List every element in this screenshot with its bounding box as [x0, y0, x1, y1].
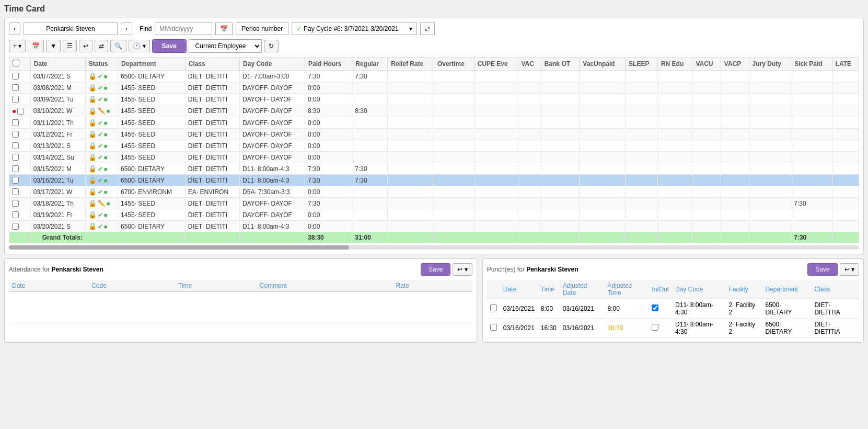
row-sleep: [626, 152, 658, 163]
row-regular: [352, 209, 388, 221]
filter-button[interactable]: ▼: [46, 40, 61, 52]
row-daycode: DAYOFF· DAYOF: [240, 117, 305, 129]
row-paid-hours: 0:00: [305, 140, 352, 152]
row-paid-hours: 0:00: [305, 221, 352, 232]
row-vacu: [692, 117, 721, 129]
col-vac: VAC: [518, 58, 541, 71]
row-class: DIET· DIETITI: [185, 163, 239, 175]
row-jury: [749, 186, 791, 198]
row-checkbox[interactable]: [12, 200, 19, 207]
row-vac-unpaid: [580, 117, 626, 129]
swap-button[interactable]: ⇄: [95, 40, 108, 52]
row-late: [832, 175, 859, 186]
attendance-reset-button[interactable]: ↩ ▾: [453, 263, 472, 276]
punch-inout-checkbox[interactable]: [652, 304, 658, 311]
row-checkbox[interactable]: [12, 119, 19, 126]
undo-button[interactable]: ↩: [79, 40, 92, 52]
row-checkbox[interactable]: [12, 84, 19, 91]
horizontal-scrollbar[interactable]: [9, 245, 859, 250]
row-checkbox[interactable]: [12, 188, 19, 195]
row-checkbox[interactable]: [12, 177, 19, 184]
punch-inout-checkbox[interactable]: [652, 324, 658, 331]
row-vacp: [721, 221, 749, 232]
row-date: 03/15/2021 M: [30, 163, 85, 175]
paycycle-select[interactable]: ✓ Pay Cycle #6: 3/7/2021-3/20/2021 ▾: [292, 22, 417, 35]
row-class: DIET· DIETITI: [185, 94, 239, 105]
row-checkbox[interactable]: [12, 73, 19, 80]
row-status: 🔒✏️■: [85, 105, 118, 117]
row-department: 1455· SEED: [118, 198, 186, 209]
punch-checkbox[interactable]: [490, 324, 497, 331]
row-department: 6500· DIETARY: [118, 175, 186, 186]
row-late: [832, 209, 859, 221]
employee-name-display: Penkarski Steven: [24, 22, 118, 35]
punch-col-inout: In/Out: [649, 280, 672, 299]
row-sleep: [626, 186, 658, 198]
row-checkbox[interactable]: [12, 211, 19, 218]
col-jury-duty: Jury Duty: [749, 58, 791, 71]
check-icon: ✔: [98, 177, 103, 184]
row-sleep: [626, 71, 658, 82]
row-checkbox[interactable]: [12, 154, 19, 161]
row-bank-ot: [541, 209, 580, 221]
row-rn-edu: [657, 129, 692, 140]
row-checkbox[interactable]: [12, 223, 19, 230]
col-relief-rate: Relief Rate: [388, 58, 434, 71]
list-button[interactable]: ☰: [63, 40, 77, 52]
punch-checkbox[interactable]: [490, 304, 497, 311]
row-late: [832, 94, 859, 105]
row-regular: 8:30: [352, 105, 388, 117]
row-vacu: [692, 198, 721, 209]
att-col-time: Time: [175, 280, 257, 292]
punch-row: 03/16/202116:3003/16/202116:30D11· 8:00a…: [487, 319, 859, 338]
row-vac-unpaid: [580, 198, 626, 209]
calendar-view-button[interactable]: 📅: [28, 40, 44, 52]
next-employee-button[interactable]: ›: [121, 22, 132, 35]
row-paid-hours: 7:30: [305, 71, 352, 82]
row-status: 🔒✔■: [85, 129, 118, 140]
row-checkbox[interactable]: [12, 96, 19, 103]
check-icon: ✔: [98, 119, 103, 127]
row-jury: [749, 117, 791, 129]
row-daycode: DAYOFF· DAYOF: [240, 105, 305, 117]
table-row: 03/13/2021 S🔒✔■1455· SEEDDIET· DIETITIDA…: [9, 140, 859, 152]
row-paid-hours: 7:30: [305, 175, 352, 186]
paycycle-chevron-icon: ▾: [409, 25, 412, 32]
clock-dropdown-button[interactable]: 🕐 ▾: [129, 40, 149, 52]
row-cupe-eve: [474, 105, 518, 117]
col-class: Class: [185, 58, 239, 71]
row-checkbox[interactable]: [12, 131, 19, 138]
punches-save-button[interactable]: Save: [807, 263, 837, 276]
prev-employee-button[interactable]: ‹: [9, 22, 20, 35]
lock-icon: 🔒: [88, 199, 97, 207]
attendance-save-button[interactable]: Save: [421, 263, 450, 276]
row-rn-edu: [657, 94, 692, 105]
row-cupe-eve: [474, 209, 518, 221]
row-vac-unpaid: [580, 209, 626, 221]
date-input[interactable]: [155, 22, 212, 35]
row-vac-unpaid: [580, 71, 626, 82]
save-button[interactable]: Save: [152, 39, 187, 53]
employee-type-dropdown[interactable]: Current Employee: [189, 39, 262, 53]
paycycle-arrow-button[interactable]: ⇄: [420, 22, 435, 35]
punches-reset-button[interactable]: ↩ ▾: [840, 263, 859, 276]
add-dropdown-button[interactable]: + ▾: [9, 40, 26, 52]
col-rn-edu: RN Edu: [657, 58, 692, 71]
select-all-checkbox[interactable]: [13, 60, 19, 66]
row-sleep: [626, 198, 658, 209]
refresh-button[interactable]: ↻: [264, 40, 279, 52]
row-bank-ot: [541, 163, 580, 175]
row-regular: [352, 140, 388, 152]
grand-totals-cell-2: [85, 232, 118, 243]
row-jury: [749, 152, 791, 163]
row-vacp: [721, 71, 749, 82]
row-sick-paid: [791, 117, 832, 129]
row-checkbox[interactable]: [12, 165, 19, 172]
row-daycode: DAYOFF· DAYOF: [240, 152, 305, 163]
row-paid-hours: 0:00: [305, 117, 352, 129]
row-checkbox[interactable]: [17, 108, 24, 115]
search-button[interactable]: 🔍: [110, 40, 126, 52]
row-date: 03/11/2021 Th: [30, 117, 85, 129]
row-checkbox[interactable]: [12, 142, 19, 149]
calendar-icon-button[interactable]: 📅: [215, 22, 233, 35]
